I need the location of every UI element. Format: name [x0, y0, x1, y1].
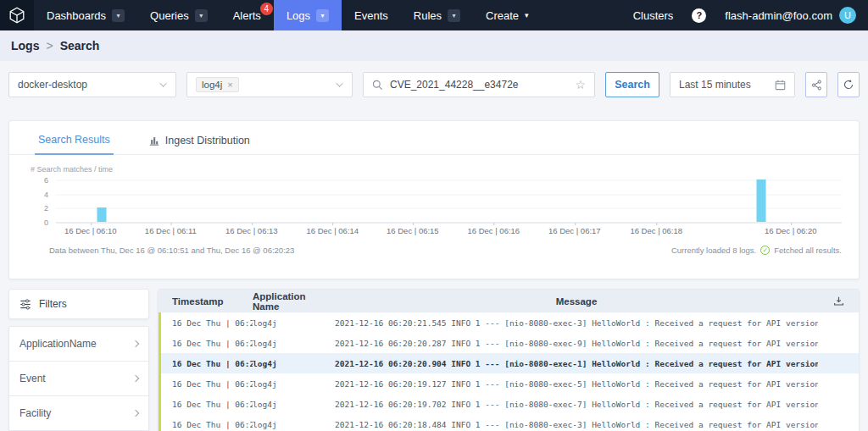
app-select[interactable]: docker-desktop	[8, 72, 176, 97]
cell-application-name: log4j	[253, 400, 335, 409]
user-email: flash-admin@foo.com	[725, 9, 832, 22]
source-select[interactable]: log4j ×	[186, 72, 353, 97]
facet-label: Facility	[19, 407, 51, 419]
nav-events-label: Events	[354, 9, 388, 22]
cell-message: 2021-12-16 06:20:20.904 INFO 1 --- [nio-…	[335, 359, 818, 368]
chart-gridline	[56, 180, 842, 181]
user-menu[interactable]: flash-admin@foo.com U	[725, 7, 856, 24]
nav-logs-label: Logs	[287, 9, 310, 22]
chevron-right-icon	[132, 340, 139, 347]
cell-message: 2021-12-16 06:20:18.484 INFO 1 --- [nio-…	[335, 420, 818, 429]
search-box: ☆	[363, 72, 595, 97]
tab-search-results[interactable]: Search Results	[35, 132, 114, 155]
user-avatar: U	[839, 7, 856, 24]
nav-clusters[interactable]: Clusters	[633, 9, 674, 22]
loaded-logs-text: Currently loaded 8 logs.	[671, 246, 756, 255]
nav-queries[interactable]: Queries ▾	[137, 0, 220, 30]
table-body: 16 Dec Thu | 06:20:… log4j 2021-12-16 06…	[159, 312, 859, 431]
facet-label: Event	[19, 373, 46, 384]
cell-application-name: log4j	[253, 420, 335, 429]
nav-rules[interactable]: Rules ▾	[401, 0, 473, 30]
time-range-picker[interactable]: Last 15 minutes	[670, 72, 795, 97]
cell-message: 2021-12-16 06:20:20.287 INFO 1 --- [nio-…	[335, 339, 818, 348]
filter-bar: docker-desktop log4j × ☆ Search Last 15 …	[0, 61, 868, 97]
chart-xtick-label: 16 Dec | 06:14	[306, 226, 359, 235]
fetched-all-text: Fetched all results.	[774, 246, 842, 255]
sliders-filter-icon	[19, 299, 31, 310]
nav-rules-label: Rules	[414, 9, 442, 22]
help-icon[interactable]: ?	[692, 8, 706, 23]
nav-create[interactable]: Create ▾	[473, 0, 542, 30]
table-row[interactable]: 16 Dec Thu | 06:20:… log4j 2021-12-16 06…	[159, 333, 859, 353]
cube-logo-icon	[8, 6, 26, 25]
table-row[interactable]: 16 Dec Thu | 06:20:… log4j 2021-12-16 06…	[159, 373, 859, 394]
table-row[interactable]: 16 Dec Thu | 06:20:… log4j 2021-12-16 06…	[159, 353, 859, 373]
refresh-button[interactable]	[837, 72, 860, 97]
cell-timestamp: 16 Dec Thu | 06:20:…	[161, 420, 253, 429]
breadcrumb: Logs > Search	[0, 30, 868, 61]
remove-tag-icon[interactable]: ×	[227, 80, 232, 90]
chevron-down-icon[interactable]: ▾	[112, 9, 125, 22]
chart-xtick-label: 16 Dec | 06:17	[548, 226, 601, 235]
cell-application-name: log4j	[253, 339, 335, 348]
source-tag: log4j ×	[196, 77, 239, 92]
search-input[interactable]	[390, 79, 568, 91]
chart-ytick-label: 0	[44, 218, 48, 227]
facet-item[interactable]: Facility	[9, 396, 148, 431]
cell-application-name: log4j	[253, 318, 335, 328]
nav-alerts[interactable]: Alerts 4	[220, 0, 274, 30]
source-tag-label: log4j	[202, 80, 222, 90]
chevron-down-icon[interactable]: ▾	[195, 9, 208, 22]
filters-header[interactable]: Filters	[8, 289, 149, 319]
chevron-right-icon	[132, 375, 139, 382]
chart-xtick-label: 16 Dec | 06:11	[145, 226, 197, 235]
app-logo[interactable]	[0, 0, 34, 30]
cell-message: 2021-12-16 06:20:21.545 INFO 1 --- [nio-…	[335, 318, 818, 328]
cell-timestamp: 16 Dec Thu | 06:20:…	[161, 359, 253, 368]
chart-ytick-label: 2	[44, 204, 48, 213]
cell-message: 2021-12-16 06:20:19.127 INFO 1 --- [nio-…	[335, 379, 818, 389]
cell-message: 2021-12-16 06:20:19.702 INFO 1 --- [nio-…	[335, 400, 818, 409]
nav-events[interactable]: Events	[342, 0, 401, 30]
chevron-right-icon	[132, 410, 139, 417]
table-row[interactable]: 16 Dec Thu | 06:20:… log4j 2021-12-16 06…	[159, 312, 859, 333]
bar-chart-icon	[149, 135, 159, 146]
chart-title: # Search matches / time	[31, 165, 859, 174]
table-row[interactable]: 16 Dec Thu | 06:20:… log4j 2021-12-16 06…	[159, 394, 859, 414]
breadcrumb-logs[interactable]: Logs	[11, 39, 39, 52]
facet-item[interactable]: Event	[9, 362, 148, 396]
chevron-down-icon[interactable]: ▾	[316, 9, 329, 22]
alerts-count-badge: 4	[260, 3, 273, 15]
chart-xaxis: 16 Dec | 06:1016 Dec | 06:1116 Dec | 06:…	[56, 223, 842, 236]
nav-logs[interactable]: Logs ▾	[274, 0, 342, 30]
nav-right-group: Clusters ? flash-admin@foo.com U	[633, 0, 868, 30]
tab-search-results-label: Search Results	[38, 134, 110, 146]
download-button[interactable]	[818, 296, 859, 307]
breadcrumb-search[interactable]: Search	[60, 39, 100, 52]
col-application-name: Application Name	[253, 291, 335, 312]
table-row[interactable]: 16 Dec Thu | 06:20:… log4j 2021-12-16 06…	[159, 414, 859, 431]
chart-gridline	[56, 208, 842, 209]
nav-dashboards[interactable]: Dashboards ▾	[34, 0, 137, 30]
cell-timestamp: 16 Dec Thu | 06:20:…	[161, 379, 253, 389]
chevron-down-icon[interactable]: ▾	[448, 9, 460, 22]
tab-ingest-distribution[interactable]: Ingest Distribution	[146, 132, 253, 154]
search-button[interactable]: Search	[605, 72, 659, 97]
loaded-info: Currently loaded 8 logs. ✓ Fetched all r…	[671, 246, 842, 255]
chart-bar	[757, 180, 766, 222]
check-circle-icon: ✓	[760, 246, 770, 255]
share-button[interactable]	[805, 72, 827, 97]
nav-create-label: Create	[486, 9, 519, 22]
results-tabs: Search Results Ingest Distribution	[9, 121, 859, 155]
favorite-star-icon[interactable]: ☆	[575, 78, 586, 91]
calendar-icon	[775, 80, 786, 91]
cell-application-name: log4j	[253, 359, 335, 368]
tab-ingest-distribution-label: Ingest Distribution	[165, 135, 250, 146]
share-icon	[811, 80, 822, 91]
bottom-section: Filters ApplicationName Event Facility H…	[0, 279, 868, 431]
cell-timestamp: 16 Dec Thu | 06:20:…	[161, 318, 253, 328]
cell-timestamp: 16 Dec Thu | 06:20:…	[161, 339, 253, 348]
facet-item[interactable]: ApplicationName	[9, 327, 148, 362]
table-header: Timestamp Application Name Message	[159, 290, 859, 312]
breadcrumb-separator: >	[46, 39, 53, 52]
